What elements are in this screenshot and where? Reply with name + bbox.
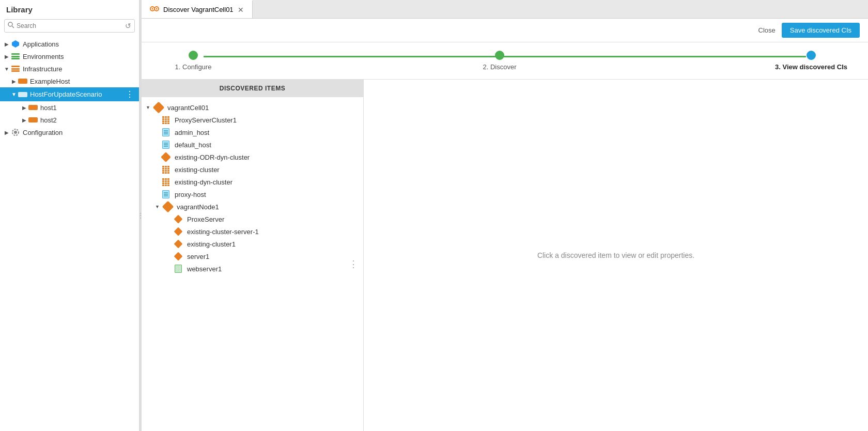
discovered-panel-header: DISCOVERED ITEMS <box>142 80 363 97</box>
ci-item-admin-host[interactable]: admin_host <box>142 126 363 138</box>
applications-label: Applications <box>23 40 59 48</box>
ci-label-proxy-host: proxy-host <box>175 191 206 198</box>
svg-point-3 <box>14 131 17 134</box>
close-button[interactable]: Close <box>758 26 776 34</box>
admin-host-icon <box>160 128 172 137</box>
infrastructure-icon <box>10 65 21 73</box>
ci-item-proxyservercluster1[interactable]: ProxyServerCluster1 <box>142 114 363 126</box>
host2-icon <box>28 116 38 124</box>
step-dot-discover <box>495 51 504 60</box>
ci-label-existing-cluster-server-1: existing-cluster-server-1 <box>187 228 259 236</box>
ci-label-server1: server1 <box>187 253 209 260</box>
tab-bar: Discover VagrantCell01 ✕ <box>142 0 868 19</box>
ci-label-default-host: default_host <box>175 141 211 149</box>
search-icon <box>8 22 14 30</box>
properties-hint: Click a discovered item to view or edit … <box>537 251 694 259</box>
refresh-icon[interactable]: ↺ <box>125 22 131 30</box>
ci-label-admin-host: admin_host <box>175 129 209 136</box>
tab-close-btn[interactable]: ✕ <box>238 6 244 14</box>
sidebar-item-applications[interactable]: Applications <box>0 38 139 50</box>
discovered-panel: DISCOVERED ITEMS ▼ vagrantCell01 ProxySe… <box>142 80 364 431</box>
ci-item-webserver1[interactable]: webserver1 <box>142 263 363 275</box>
stepper-step-configure[interactable]: 1. Configure <box>162 51 224 71</box>
arrow-environments <box>3 54 10 59</box>
ci-arrow-vagrantnode1: ▼ <box>155 204 161 209</box>
ci-item-proxeserver[interactable]: ProxeServer <box>142 213 363 225</box>
host1-icon <box>28 103 38 112</box>
vagrantnode1-icon <box>162 202 174 211</box>
tab-discover-vagrantcell01[interactable]: Discover VagrantCell01 ✕ <box>142 0 253 18</box>
panel-more-options[interactable]: ⋮ <box>349 258 358 270</box>
svg-point-8 <box>156 8 158 10</box>
ci-item-existing-odr-dyn-cluster[interactable]: existing-ODR-dyn-cluster <box>142 151 363 163</box>
svg-point-7 <box>152 8 153 10</box>
infrastructure-label: Infrastructure <box>23 65 63 73</box>
host1-label: host1 <box>40 104 57 112</box>
sidebar-item-host1[interactable]: host1 <box>0 101 139 114</box>
ci-item-existing-cluster[interactable]: existing-cluster <box>142 163 363 176</box>
configuration-icon <box>10 128 21 136</box>
sidebar-item-configuration[interactable]: Configuration <box>0 126 139 138</box>
applications-icon <box>10 40 21 48</box>
existing-cluster1-icon <box>173 239 184 249</box>
examplehost-icon <box>18 77 28 85</box>
step-label-view: 3. View discovered CIs <box>775 63 847 71</box>
stepper-step-view[interactable]: 3. View discovered CIs <box>775 51 847 71</box>
server1-icon <box>173 252 184 261</box>
examplehost-label: ExampleHost <box>30 78 70 85</box>
arrow-host1 <box>21 105 28 111</box>
existing-cluster-icon <box>160 165 172 174</box>
proxeserver-icon <box>173 214 184 224</box>
ci-item-existing-dyn-cluster[interactable]: existing-dyn-cluster <box>142 176 363 188</box>
sidebar-tree: Applications Environments Infrastructure… <box>0 36 139 431</box>
proxy-host-icon <box>160 190 172 199</box>
sidebar-item-hostforupdate[interactable]: HostForUpdateScenario ⋮ <box>0 87 139 101</box>
host2-label: host2 <box>40 116 57 124</box>
ci-item-existing-cluster-server-1[interactable]: existing-cluster-server-1 <box>142 225 363 238</box>
existing-odr-dyn-cluster-icon <box>160 152 172 162</box>
search-input[interactable] <box>17 22 125 29</box>
svg-marker-2 <box>12 40 19 48</box>
svg-line-1 <box>12 26 14 28</box>
sidebar-item-infrastructure[interactable]: Infrastructure <box>0 63 139 75</box>
arrow-applications <box>3 41 10 47</box>
kebab-menu-btn[interactable]: ⋮ <box>123 89 136 99</box>
configuration-label: Configuration <box>23 129 63 136</box>
step-dot-view <box>807 51 816 60</box>
environments-label: Environments <box>23 53 64 60</box>
stepper: 1. Configure 2. Discover 3. View discove… <box>162 51 847 71</box>
arrow-examplehost <box>10 79 18 84</box>
proxyservercluster1-icon <box>160 115 172 125</box>
ci-label-vagrantcell01: vagrantCell01 <box>167 104 209 112</box>
hostforupdate-label: HostForUpdateScenario <box>30 90 102 98</box>
existing-cluster-server-1-icon <box>173 227 184 236</box>
ci-item-server1[interactable]: server1 <box>142 250 363 263</box>
search-bar[interactable]: ↺ <box>4 19 135 33</box>
ci-item-vagrantnode1[interactable]: ▼ vagrantNode1 <box>142 201 363 213</box>
ci-label-proxyservercluster1: ProxyServerCluster1 <box>175 116 237 124</box>
stepper-step-discover[interactable]: 2. Discover <box>469 51 531 71</box>
arrow-host2 <box>21 117 28 123</box>
default-host-icon <box>160 140 172 149</box>
step-label-discover: 2. Discover <box>483 63 517 71</box>
header-bar: Close Save discovered CIs <box>142 19 868 42</box>
sidebar-item-environments[interactable]: Environments <box>0 50 139 63</box>
ci-label-existing-cluster: existing-cluster <box>175 166 220 174</box>
sidebar-item-examplehost[interactable]: ExampleHost <box>0 75 139 87</box>
existing-dyn-cluster-icon <box>160 177 172 187</box>
ci-item-proxy-host[interactable]: proxy-host <box>142 188 363 201</box>
sidebar-item-host2[interactable]: host2 <box>0 114 139 126</box>
ci-item-existing-cluster1[interactable]: existing-cluster1 <box>142 238 363 250</box>
ci-label-existing-dyn-cluster: existing-dyn-cluster <box>175 178 233 186</box>
content-panels: DISCOVERED ITEMS ▼ vagrantCell01 ProxySe… <box>142 80 868 431</box>
hostforupdate-icon <box>18 90 28 99</box>
save-discovered-cis-button[interactable]: Save discovered CIs <box>782 23 860 38</box>
ci-item-default-host[interactable]: default_host <box>142 138 363 151</box>
main-area: Discover VagrantCell01 ✕ Close Save disc… <box>142 0 868 431</box>
ci-item-vagrantcell01[interactable]: ▼ vagrantCell01 <box>142 101 363 114</box>
discovered-panel-tree: ▼ vagrantCell01 ProxyServerCluster1 <box>142 97 363 431</box>
step-dot-configure <box>189 51 198 60</box>
tab-label: Discover VagrantCell01 <box>163 6 234 13</box>
sidebar-title: Library <box>0 0 139 17</box>
sidebar: Library ↺ Applications Environments <box>0 0 140 431</box>
